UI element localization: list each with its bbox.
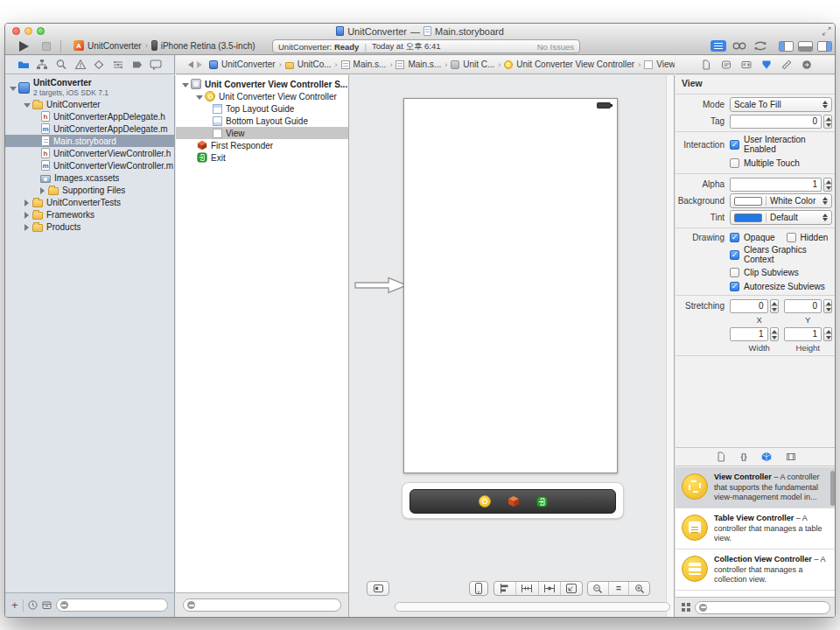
library-item-view-controller[interactable]: View Controller – A controller that supp… (676, 467, 836, 508)
zoom-out-button[interactable] (588, 582, 608, 595)
disclosure-triangle[interactable] (23, 223, 31, 231)
clears-graphics-checkbox[interactable]: ✓ (730, 250, 739, 260)
multiple-touch-checkbox[interactable] (730, 158, 739, 168)
attributes-inspector-tab[interactable] (761, 60, 772, 70)
fullscreen-icon[interactable] (822, 26, 831, 36)
breadcrumb-view-controller[interactable]: Unit Converter View Controller (516, 60, 634, 69)
dock-exit-icon[interactable] (536, 496, 548, 508)
media-library-tab[interactable] (786, 452, 796, 462)
navigator-item-group-unitconverter[interactable]: UnitConverter (5, 98, 174, 110)
project-navigator[interactable]: UnitConverter2 targets, iOS SDK 7.1 Unit… (5, 75, 175, 592)
disclosure-triangle[interactable] (23, 101, 31, 108)
opaque-checkbox[interactable]: ✓ (730, 233, 739, 242)
stop-button[interactable] (42, 42, 51, 51)
recent-files-icon[interactable] (28, 600, 38, 610)
navigator-item-appdelegate-m[interactable]: m UnitConverterAppDelegate.m (5, 122, 174, 135)
outline-filter-field[interactable] (183, 598, 341, 612)
tag-field[interactable]: 0 (730, 115, 822, 129)
document-outline[interactable]: Unit Converter View Controller S... Unit… (176, 75, 349, 592)
outline-item-top-layout-guide[interactable]: Top Layout Guide (176, 102, 348, 115)
background-color-swatch[interactable] (734, 197, 762, 206)
navigator-filter-field[interactable] (56, 598, 168, 612)
outline-item-view-controller[interactable]: Unit Converter View Controller (176, 90, 348, 102)
project-navigator-tab[interactable] (18, 59, 30, 71)
file-template-library-tab[interactable] (716, 452, 726, 462)
grid-view-toggle-icon[interactable] (682, 603, 690, 612)
log-navigator-tab[interactable] (150, 59, 162, 71)
autoresize-subviews-checkbox[interactable]: ✓ (730, 282, 739, 291)
symbol-navigator-tab[interactable] (36, 59, 48, 71)
stretching-x-field[interactable]: 0 (730, 299, 768, 313)
canvas-horizontal-scrollbar[interactable] (395, 602, 670, 612)
tag-stepper[interactable] (823, 115, 832, 129)
disclosure-triangle[interactable] (38, 186, 46, 194)
navigator-item-viewcontroller-m[interactable]: m UnitConverterViewController.m (5, 159, 174, 172)
stretching-y-field[interactable]: 0 (784, 299, 822, 313)
align-constraints-button[interactable] (494, 582, 515, 595)
device-form-factor-button[interactable] (469, 581, 488, 596)
identity-inspector-tab[interactable] (741, 60, 752, 70)
toggle-navigator-button[interactable] (779, 41, 794, 52)
zoom-in-button[interactable] (628, 582, 649, 595)
user-interaction-checkbox[interactable]: ✓ (730, 140, 739, 150)
back-button[interactable] (188, 61, 193, 68)
outline-item-first-responder[interactable]: First Responder (176, 139, 348, 151)
breadcrumb-project[interactable]: UnitConverter (221, 60, 276, 69)
background-dropdown[interactable]: White Color (730, 193, 832, 208)
size-inspector-tab[interactable] (781, 60, 792, 70)
object-library-list[interactable]: View Controller – A controller that supp… (676, 467, 836, 598)
version-editor-button[interactable] (752, 40, 768, 52)
disclosure-triangle[interactable] (195, 93, 203, 101)
assistant-editor-button[interactable] (732, 40, 747, 52)
navigator-item-frameworks[interactable]: Frameworks (5, 208, 174, 220)
breadcrumb-scene[interactable]: Unit C... (463, 60, 494, 69)
resolve-auto-layout-button[interactable] (538, 582, 560, 595)
tint-dropdown[interactable]: Default (730, 210, 832, 225)
outline-item-exit[interactable]: Exit (176, 151, 348, 164)
resizing-behavior-button[interactable] (560, 582, 582, 595)
navigator-item-images-xcassets[interactable]: Images.xcassets (5, 172, 174, 184)
navigator-item-main-storyboard[interactable]: Main.storyboard (5, 135, 174, 147)
code-snippet-library-tab[interactable]: {} (740, 452, 746, 461)
toggle-utilities-button[interactable] (817, 41, 832, 52)
pin-constraints-button[interactable] (515, 582, 537, 595)
breadcrumb-group[interactable]: UnitCo... (298, 60, 332, 69)
library-scrollbar[interactable] (830, 471, 835, 506)
run-button[interactable] (19, 41, 29, 52)
library-item-table-view-controller[interactable]: Table View Controller – A controller tha… (676, 508, 836, 550)
stretching-y-stepper[interactable] (823, 299, 832, 313)
alpha-stepper[interactable] (823, 178, 832, 192)
breadcrumb-file[interactable]: Main.s... (354, 60, 387, 69)
debug-navigator-tab[interactable] (112, 59, 124, 71)
file-inspector-tab[interactable] (701, 60, 711, 70)
scm-status-icon[interactable] (42, 600, 52, 610)
disclosure-triangle[interactable] (23, 199, 31, 206)
disclosure-triangle[interactable] (23, 211, 31, 219)
navigator-item-project[interactable]: UnitConverter2 targets, iOS SDK 7.1 (5, 77, 174, 98)
forward-button[interactable] (197, 61, 202, 68)
dock-view-controller-icon[interactable] (479, 495, 491, 508)
object-library-tab[interactable] (761, 452, 772, 462)
disclosure-triangle[interactable] (9, 84, 17, 92)
outline-item-view[interactable]: View (176, 127, 348, 139)
stretching-x-stepper[interactable] (770, 299, 779, 313)
tint-color-swatch[interactable] (734, 214, 762, 222)
breadcrumb-storyboard[interactable]: Main.s... (408, 60, 441, 69)
clip-subviews-checkbox[interactable] (730, 268, 739, 277)
navigator-item-products[interactable]: Products (5, 220, 174, 233)
outline-item-scene[interactable]: Unit Converter View Controller S... (176, 78, 348, 90)
alpha-field[interactable]: 1 (730, 178, 822, 192)
test-navigator-tab[interactable] (93, 59, 105, 71)
stretching-height-field[interactable]: 1 (784, 327, 822, 341)
stretching-height-stepper[interactable] (823, 327, 832, 341)
stretching-width-stepper[interactable] (770, 327, 779, 341)
connections-inspector-tab[interactable] (802, 60, 812, 70)
standard-editor-button[interactable] (710, 40, 726, 52)
quick-help-inspector-tab[interactable] (721, 60, 732, 70)
zoom-100-button[interactable]: = (608, 582, 629, 595)
dock-first-responder-icon[interactable] (508, 495, 520, 508)
library-item-collection-view-controller[interactable]: Collection View Controller – A controlle… (676, 550, 836, 591)
issue-navigator-tab[interactable] (74, 59, 87, 71)
disclosure-triangle[interactable] (181, 80, 189, 88)
search-navigator-tab[interactable] (55, 59, 67, 71)
